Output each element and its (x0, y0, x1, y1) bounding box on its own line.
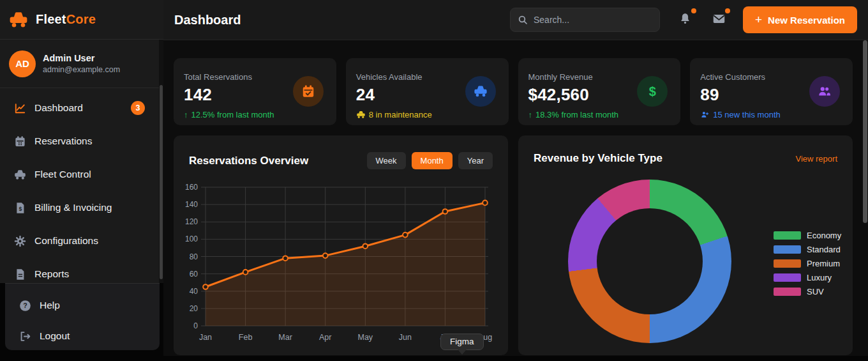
reservations-line-chart: 020406080100120140160JanFebMarAprMayJunJ… (184, 180, 498, 344)
search-icon (518, 15, 528, 25)
dollar-icon: $ (637, 76, 668, 107)
stat-delta-text: 15 new this month (713, 110, 781, 119)
reservations-overview-card: Reservations Overview Week Month Year 02… (174, 135, 508, 355)
svg-text:Feb: Feb (239, 333, 253, 342)
avatar: AD (9, 50, 36, 77)
users-icon (809, 76, 840, 107)
legend-item-luxury: Luxury (774, 270, 841, 284)
new-reservation-label: New Reservation (768, 15, 845, 26)
brand-name: FleetCore (36, 12, 96, 27)
svg-text:80: 80 (190, 252, 198, 261)
legend-label: Economy (807, 231, 841, 240)
sidebar-scrollbar-thumb[interactable] (160, 85, 163, 279)
car-icon (14, 169, 26, 181)
legend-label: Premium (807, 259, 840, 268)
legend-swatch (774, 273, 801, 282)
legend-item-suv: SUV (774, 284, 841, 298)
stat-delta: 8 in maintenance (356, 110, 498, 119)
sidebar-item-label: Billing & Invoicing (34, 202, 112, 213)
messages-button[interactable] (712, 12, 728, 27)
svg-text:Jun: Jun (399, 333, 412, 342)
stat-delta: ↑ 12.5% from last month (184, 110, 326, 119)
svg-text:100: 100 (185, 234, 198, 243)
chart-line-icon (14, 102, 26, 114)
stat-delta-text: 12.5% from last month (191, 110, 274, 119)
car-logo-icon (8, 11, 29, 29)
legend-label: Luxury (807, 273, 832, 282)
help-icon: ? (19, 300, 31, 312)
svg-text:0: 0 (193, 321, 198, 330)
stat-delta: 15 new this month (700, 110, 842, 119)
range-toggle: Week Month Year (367, 152, 493, 169)
notification-dot (691, 8, 696, 13)
sidebar-item-fleet-control[interactable]: Fleet Control (0, 158, 163, 191)
sidebar-item-label: Logout (40, 330, 70, 342)
stat-card-vehicles-available: Vehicles Available 24 8 in maintenance (346, 58, 509, 125)
envelope-icon (712, 12, 726, 26)
top-header: Dashboard (163, 0, 868, 40)
dashboard-content: Total Reservations 142 ↑ 12.5% from last… (163, 40, 868, 355)
stats-row: Total Reservations 142 ↑ 12.5% from last… (174, 58, 853, 125)
sidebar-item-help[interactable]: ? Help (5, 290, 160, 321)
range-month-button[interactable]: Month (412, 152, 453, 169)
report-icon (14, 268, 26, 280)
svg-text:40: 40 (190, 287, 198, 296)
revenue-by-vehicle-type-card: Revenue by Vehicle Type View report Econ… (518, 135, 853, 355)
svg-text:120: 120 (185, 217, 198, 226)
svg-text:60: 60 (190, 270, 198, 279)
user-name: Admin User (43, 53, 120, 63)
calendar-icon (14, 135, 26, 148)
gear-icon (14, 235, 26, 247)
sidebar-item-billing[interactable]: $ Billing & Invoicing (0, 191, 163, 224)
svg-text:140: 140 (185, 200, 198, 209)
car-small-icon (356, 111, 366, 119)
main-scrollbar-thumb[interactable] (863, 40, 867, 223)
user-email: admin@example.com (43, 65, 120, 74)
range-year-button[interactable]: Year (458, 152, 493, 169)
sidebar-item-logout[interactable]: Logout (5, 321, 160, 351)
arrow-up-icon: ↑ (184, 110, 188, 119)
invoice-icon: $ (14, 202, 26, 214)
stat-card-total-reservations: Total Reservations 142 ↑ 12.5% from last… (174, 58, 336, 125)
legend-swatch (774, 231, 801, 240)
charts-row: Reservations Overview Week Month Year 02… (174, 135, 853, 355)
chart-title: Reservations Overview (189, 155, 308, 167)
sidebar-item-label: Help (40, 300, 60, 311)
stat-card-active-customers: Active Customers 89 15 new this month (690, 58, 853, 125)
sidebar-footer-panel: ? Help Logout (5, 283, 160, 350)
bell-icon (678, 12, 692, 26)
sidebar-nav: Dashboard 3 Reservations Fleet Control (0, 88, 163, 291)
sidebar-item-label: Configurations (34, 235, 98, 247)
svg-text:Mar: Mar (278, 333, 292, 342)
legend-item-premium: Premium (774, 256, 841, 270)
donut-legend: Economy Standard Premium Luxury (774, 228, 841, 298)
stat-delta-text: 18.3% from last month (535, 110, 618, 119)
range-week-button[interactable]: Week (367, 152, 406, 169)
brand-logo: FleetCore (0, 0, 163, 40)
stat-delta: ↑ 18.3% from last month (528, 110, 671, 119)
sidebar-item-dashboard[interactable]: Dashboard 3 (0, 91, 163, 125)
calendar-check-icon (293, 76, 324, 107)
notifications-button[interactable] (678, 12, 694, 27)
svg-text:Jan: Jan (199, 333, 212, 342)
new-reservation-button[interactable]: + New Reservation (743, 6, 857, 33)
sidebar-item-reservations[interactable]: Reservations (0, 125, 163, 158)
message-dot (725, 8, 730, 13)
user-profile[interactable]: AD Admin User admin@example.com (0, 40, 163, 88)
sidebar-item-label: Fleet Control (34, 169, 91, 180)
svg-text:20: 20 (190, 304, 198, 313)
figma-tooltip: Figma (440, 334, 484, 350)
legend-swatch (774, 288, 801, 296)
search-box[interactable] (510, 8, 660, 32)
legend-label: SUV (807, 287, 824, 296)
donut-hole (597, 208, 703, 314)
sidebar-item-configurations[interactable]: Configurations (0, 224, 163, 257)
sidebar-item-label: Reservations (34, 135, 92, 147)
view-report-link[interactable]: View report (795, 154, 837, 164)
sidebar-item-label: Reports (34, 268, 69, 280)
plus-icon: + (755, 13, 762, 27)
search-input[interactable] (534, 15, 652, 25)
legend-item-standard: Standard (774, 242, 841, 256)
legend-item-economy: Economy (774, 228, 841, 242)
sidebar-item-label: Dashboard (34, 102, 83, 114)
